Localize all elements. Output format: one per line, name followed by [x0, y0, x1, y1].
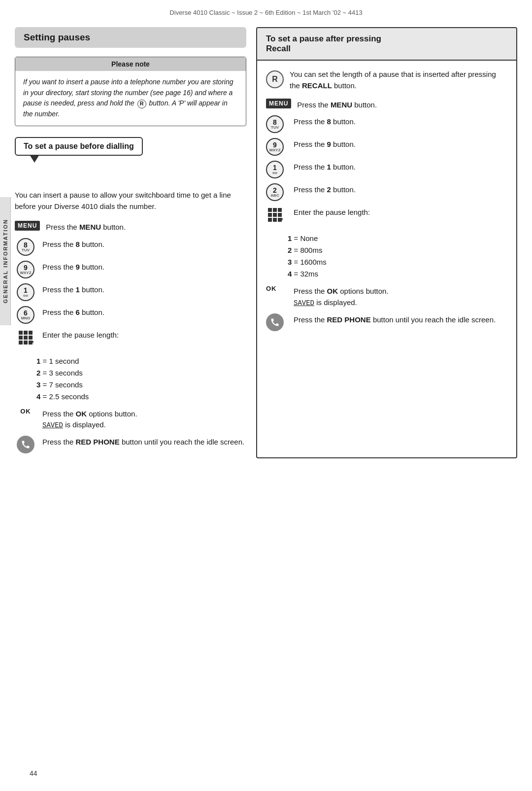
sidebar-tab: GENERAL INFORMATION [0, 197, 11, 325]
step-menu-text: Press the MENU button. [46, 221, 126, 233]
right-heading-line2: Recall [266, 44, 291, 53]
saved-display: SAVED [42, 421, 63, 429]
btn-1-icon: 1 oo [15, 283, 36, 301]
right-ok-button: OK [266, 285, 277, 292]
right-ok-icon: OK [266, 285, 288, 292]
ok-step-text: Press the OK options button. SAVED is di… [42, 408, 137, 431]
btn-1-circle: 1 oo [17, 283, 34, 301]
step-enter-pause-text: Enter the pause length: [42, 329, 119, 341]
pause-before-desc-text: You can insert a pause to allow your swi… [15, 191, 231, 210]
menu-button: MENU [15, 221, 40, 231]
pause-val-2: 2 = 3 seconds [36, 367, 246, 379]
right-step-1: 1 oo Press the 1 button. [266, 161, 507, 178]
pause-before-callout: To set a pause before dialling [15, 137, 143, 156]
right-saved-display: SAVED [294, 299, 314, 307]
right-pause-val-3: 3 = 1600ms [288, 256, 507, 268]
right-pause-values: 1 = None 2 = 800ms 3 = 1600ms 4 = 32ms [288, 233, 507, 280]
menu-icon: MENU [15, 221, 40, 231]
page-number: 44 [30, 769, 37, 777]
right-menu-button: MENU [266, 99, 291, 108]
right-steps: MENU Press the MENU button. 8 TUV [266, 99, 507, 224]
pause-before-description: You can insert a pause to allow your swi… [15, 189, 246, 212]
section-heading-text: Setting pauses [24, 32, 90, 42]
r-button-icon: R [266, 69, 284, 88]
right-ok-text: Press the OK options button. SAVED is di… [294, 285, 389, 309]
sidebar-label: GENERAL INFORMATION [2, 219, 8, 303]
right-red-phone-button [266, 313, 284, 331]
step-8-text: Press the 8 button. [42, 238, 104, 250]
right-phone-step: Press the RED PHONE button until you rea… [266, 313, 507, 331]
note-box-body: If you want to insert a pause into a tel… [15, 71, 246, 126]
step-6: 6 MNO Press the 6 button. [15, 306, 246, 324]
header-text: Diverse 4010 Classic ~ Issue 2 ~ 6th Edi… [169, 9, 362, 16]
right-first-row: R You can set the length of a pause that… [266, 69, 507, 92]
right-phone-svg [270, 317, 280, 327]
right-btn-9-circle: 9 WXYZ [266, 138, 284, 156]
right-grid-arrow-icon: ↗ [278, 216, 284, 224]
right-column: To set a pause after pressing Recall R Y… [256, 27, 517, 458]
right-phone-icon [266, 313, 288, 331]
right-col-header: To set a pause after pressing Recall [257, 28, 516, 61]
right-btn-1-icon: 1 oo [266, 161, 288, 178]
right-ok-step: OK Press the OK options button. SAVED is… [266, 285, 507, 309]
right-btn-8-circle: 8 TUV [266, 115, 284, 133]
page-header: Diverse 4010 Classic ~ Issue 2 ~ 6th Edi… [0, 0, 532, 21]
right-btn-9-icon: 9 WXYZ [266, 138, 288, 156]
note-box-header: Please note [15, 57, 246, 71]
right-btn-2-icon: 2 ABC [266, 183, 288, 201]
btn-9-icon: 9 WXYZ [15, 261, 36, 278]
right-step-9-text: Press the 9 button. [294, 138, 356, 150]
btn-8-circle: 8 TUV [17, 238, 34, 256]
r-circle-icon: R [137, 100, 146, 108]
btn-8-icon: 8 TUV [15, 238, 36, 256]
pause-val-3: 3 = 7 seconds [36, 379, 246, 391]
right-step-9: 9 WXYZ Press the 9 button. [266, 138, 507, 156]
right-grid-icon: ↗ [266, 206, 288, 224]
right-step-8: 8 TUV Press the 8 button. [266, 115, 507, 133]
pause-val-4: 4 = 2.5 seconds [36, 391, 246, 403]
right-pause-val-2: 2 = 800ms [288, 244, 507, 256]
right-step-menu: MENU Press the MENU button. [266, 99, 507, 111]
step-enter-pause: ↗ Enter the pause length: [15, 329, 246, 346]
left-column: Setting pauses Please note If you want t… [15, 27, 246, 458]
right-pause-val-4: 4 = 32ms [288, 268, 507, 280]
right-btn-2-circle: 2 ABC [266, 183, 284, 201]
right-step-2: 2 ABC Press the 2 button. [266, 183, 507, 201]
red-phone-icon [15, 436, 36, 453]
pause-val-1: 1 = 1 second [36, 355, 246, 367]
right-step-enter-pause: ↗ Enter the pause length: [266, 206, 507, 224]
right-enter-pause-text: Enter the pause length: [294, 206, 370, 218]
ok-icon: OK [15, 408, 36, 415]
right-heading-line1: To set a pause after pressing [266, 34, 381, 43]
btn-6-circle: 6 MNO [17, 306, 34, 324]
right-col-body: R You can set the length of a pause that… [257, 61, 516, 344]
phone-svg [21, 440, 31, 449]
right-step-menu-text: Press the MENU button. [297, 99, 377, 111]
step-6-text: Press the 6 button. [42, 306, 104, 318]
left-pause-values: 1 = 1 second 2 = 3 seconds 3 = 7 seconds… [36, 355, 246, 403]
left-phone-step: Press the RED PHONE button until you rea… [15, 436, 246, 453]
right-btn-1-circle: 1 oo [266, 161, 284, 178]
pause-before-steps: MENU Press the MENU button. 8 TUV Press … [15, 221, 246, 346]
ok-button: OK [20, 408, 31, 415]
right-step-2-text: Press the 2 button. [294, 183, 356, 196]
grid-icon-wrap: ↗ [15, 329, 36, 346]
page-footer: 44 [30, 769, 37, 777]
right-menu-icon: MENU [266, 99, 291, 108]
pause-before-heading-text: To set a pause before dialling [24, 142, 134, 150]
red-phone-button [17, 436, 34, 453]
left-ok-step: OK Press the OK options button. SAVED is… [15, 408, 246, 431]
right-btn-8-icon: 8 TUV [266, 115, 288, 133]
section-heading: Setting pauses [15, 27, 246, 48]
right-desc-end: button. [334, 81, 357, 90]
note-box: Please note If you want to insert a paus… [15, 57, 246, 126]
right-step-8-text: Press the 8 button. [294, 115, 356, 128]
btn-9-circle: 9 WXYZ [17, 261, 34, 278]
step-9: 9 WXYZ Press the 9 button. [15, 261, 246, 278]
step-1-text: Press the 1 button. [42, 283, 104, 296]
note-box-title: Please note [111, 60, 150, 68]
main-content: Setting pauses Please note If you want t… [15, 27, 517, 458]
step-menu: MENU Press the MENU button. [15, 221, 246, 233]
right-pause-val-1: 1 = None [288, 233, 507, 244]
right-step-1-text: Press the 1 button. [294, 161, 356, 173]
